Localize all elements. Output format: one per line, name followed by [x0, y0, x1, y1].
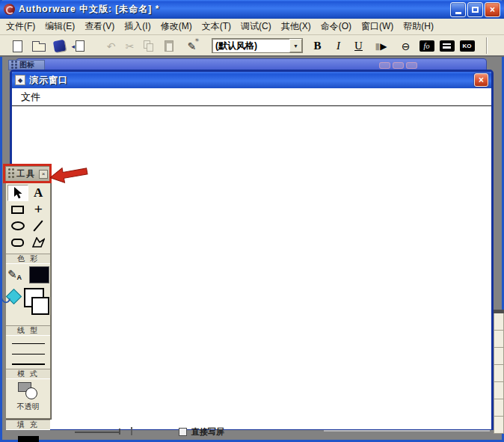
cross-line-icon: + — [34, 202, 43, 216]
save-package-button[interactable] — [51, 37, 68, 55]
paste-button[interactable] — [160, 37, 177, 55]
app-titlebar[interactable]: Authorware 中文版: [未命名] * × — [0, 0, 504, 19]
variables-button[interactable] — [438, 37, 455, 55]
presentation-window-icon: ◆ — [15, 75, 25, 85]
tool-straight-line[interactable]: + — [28, 201, 49, 218]
underline-button[interactable]: U — [350, 37, 367, 55]
right-panel-cell[interactable] — [494, 399, 504, 417]
foreground-color-swatch[interactable] — [29, 266, 49, 283]
menu-item-debug[interactable]: 调试(C) — [241, 20, 271, 33]
menu-item-edit[interactable]: 编辑(E) — [45, 20, 75, 33]
presentation-menubar: 文件 — [12, 88, 491, 106]
tool-text[interactable]: A — [28, 185, 49, 201]
tool-ellipse[interactable] — [7, 218, 28, 234]
menu-item-window[interactable]: 窗口(W) — [361, 20, 393, 33]
cut-button[interactable]: ✂ — [121, 37, 138, 55]
section-color-header: 色 彩 — [6, 254, 50, 264]
apply-style-button[interactable]: ✎✳ — [183, 37, 200, 55]
tool-rectangle[interactable] — [7, 201, 28, 218]
line-type-section — [6, 336, 50, 367]
cursor-arrow-icon — [13, 187, 23, 199]
bold-button[interactable]: B — [309, 37, 326, 55]
design-minimize-button[interactable] — [379, 62, 390, 69]
tool-palette: 工具 × A + 色 彩 ✎A — [5, 166, 51, 419]
menu-item-text[interactable]: 文本(T) — [202, 20, 231, 33]
presentation-close-button[interactable]: × — [474, 73, 488, 87]
paint-bucket-icon[interactable] — [6, 289, 22, 304]
copy-button[interactable] — [141, 37, 158, 55]
fill-section — [6, 430, 50, 442]
style-dropdown-value: (默认风格) — [212, 40, 289, 52]
restart-bar-icon: ▮ — [375, 41, 381, 52]
right-panel-cell[interactable] — [494, 313, 504, 331]
presentation-menu-file[interactable]: 文件 — [21, 90, 40, 104]
bold-icon: B — [313, 40, 321, 52]
right-panel-cell[interactable] — [494, 382, 504, 399]
undo-icon: ↶ — [107, 41, 116, 52]
pen-color-icon[interactable]: ✎A — [7, 268, 22, 281]
minimize-button[interactable] — [450, 2, 466, 17]
fill-swatch[interactable] — [18, 436, 39, 442]
menu-item-help[interactable]: 帮助(H) — [403, 20, 434, 33]
text-tool-icon: A — [34, 185, 43, 200]
section-mode-header: 模 式 — [6, 369, 50, 379]
section-fill-header: 填 充 — [6, 420, 50, 430]
design-maximize-button[interactable] — [393, 62, 404, 69]
menu-item-view[interactable]: 查看(V) — [84, 20, 114, 33]
tool-rounded-rectangle[interactable] — [7, 234, 28, 251]
right-panel-cell[interactable] — [494, 365, 504, 382]
new-file-button[interactable] — [9, 37, 26, 55]
tool-polygon[interactable] — [28, 234, 49, 251]
italic-icon: I — [336, 40, 340, 52]
import-icon — [76, 40, 84, 52]
line-sample-medium[interactable] — [12, 354, 45, 354]
authorware-main-window: Authorware 中文版: [未命名] * × 文件(F) 编辑(E) 查看… — [0, 0, 504, 442]
bottom-slider-end — [119, 429, 120, 435]
tool-diagonal-line[interactable] — [28, 218, 49, 234]
run-button[interactable]: ▮▶ — [372, 37, 390, 55]
foreground-color-chip[interactable] — [31, 297, 49, 315]
presentation-titlebar[interactable]: ◆ 演示窗口 × — [12, 72, 491, 88]
right-panel-cell[interactable] — [494, 348, 504, 365]
ellipse-icon — [11, 221, 25, 230]
menu-item-modify[interactable]: 修改(M) — [161, 20, 192, 33]
close-button[interactable]: × — [485, 2, 500, 17]
functions-icon: fo — [420, 40, 434, 52]
app-title: Authorware 中文版: [未命名] * — [19, 3, 159, 16]
knowledge-objects-button[interactable]: KO — [458, 37, 476, 55]
chevron-down-icon[interactable]: ▼ — [289, 39, 302, 52]
italic-button[interactable]: I — [330, 37, 347, 55]
icon-palette-titlebar[interactable]: 图标 — [8, 60, 45, 70]
functions-button[interactable]: fo — [418, 37, 435, 55]
line-sample-thin[interactable] — [12, 343, 45, 344]
undo-button[interactable]: ↶ — [102, 37, 120, 55]
trace-button[interactable]: ⊖ — [397, 37, 414, 55]
style-dropdown[interactable]: (默认风格) ▼ — [212, 38, 303, 53]
tool-pointer[interactable] — [7, 185, 28, 201]
design-window-titlebar[interactable] — [16, 58, 487, 70]
maximize-button[interactable] — [467, 2, 483, 17]
import-button[interactable] — [71, 37, 88, 55]
diagonal-line-icon — [34, 220, 43, 231]
bottom-slider[interactable] — [75, 432, 120, 433]
toolbar-separator — [486, 37, 488, 54]
presentation-client-area[interactable] — [12, 106, 491, 429]
menu-item-insert[interactable]: 插入(I) — [124, 20, 150, 33]
design-close-button[interactable] — [406, 62, 417, 69]
open-file-button[interactable] — [30, 37, 47, 55]
presentation-title: 演示窗口 — [29, 74, 68, 87]
trace-bomb-icon: ⊖ — [402, 41, 411, 52]
new-document-icon — [13, 40, 22, 52]
write-mode-checkbox[interactable] — [179, 428, 187, 436]
write-mode-label: 直接写屏 — [191, 426, 224, 438]
pencil-sparkle-icon: ✎✳ — [188, 40, 197, 52]
menu-item-file[interactable]: 文件(F) — [6, 20, 35, 33]
right-panel-cell[interactable] — [494, 331, 504, 348]
underline-icon: U — [354, 40, 363, 52]
line-sample-thick[interactable] — [12, 363, 45, 365]
right-panel-cell[interactable] — [494, 417, 504, 434]
mode-circle-icon[interactable] — [25, 387, 37, 399]
menu-item-command[interactable]: 命令(O) — [321, 20, 351, 33]
menu-item-other[interactable]: 其他(X) — [281, 20, 311, 33]
icon-palette-title: 图标 — [19, 60, 34, 70]
